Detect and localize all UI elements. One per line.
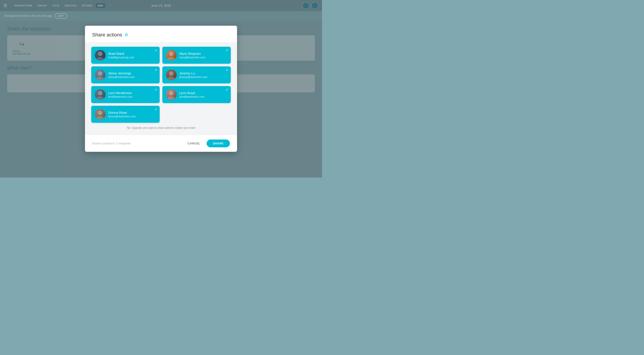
svg-point-4 <box>98 71 102 76</box>
recipient-name-jeremy: Jeremy Lu <box>179 71 208 75</box>
svg-point-11 <box>168 96 175 100</box>
recipient-info-lynn: Lynn Boyd lynn@teamretro.com <box>179 91 204 98</box>
svg-point-7 <box>168 77 175 80</box>
check-jeremy: ✓ <box>226 68 228 72</box>
share-actions-modal: Share actions ⚙ Brad Ward brad@groupmap.… <box>85 26 237 152</box>
svg-point-2 <box>169 52 174 56</box>
recipient-card-levi[interactable]: Levi Henderson levi@teamretro.com ✓ <box>91 86 160 103</box>
check-myra: ✓ <box>226 48 228 52</box>
modal-overlay: Share actions ⚙ Brad Ward brad@groupmap.… <box>0 0 322 178</box>
avatar-jeremy <box>166 70 177 80</box>
svg-point-6 <box>169 71 174 76</box>
recipient-card-lynn[interactable]: Lynn Boyd lynn@teamretro.com ✓ <box>162 86 231 103</box>
recipient-email-donna: donna@teamretro.com <box>108 115 136 118</box>
recipients-grid: Brad Ward brad@groupmap.com ✓ Myra Simps… <box>91 47 231 123</box>
svg-point-1 <box>96 57 104 60</box>
recipient-email-lynn: lynn@teamretro.com <box>179 95 204 98</box>
cancel-button[interactable]: CANCEL <box>185 140 203 147</box>
modal-body: Brad Ward brad@groupmap.com ✓ Myra Simps… <box>85 42 237 135</box>
check-donna: ✓ <box>155 108 158 111</box>
footer-info-text: Email 0 actions to 7 recipients <box>92 142 131 145</box>
svg-point-5 <box>96 77 104 80</box>
tip-text: Tip: Upgrade your plan to share actions … <box>91 126 231 130</box>
avatar-steve <box>95 70 106 80</box>
recipient-info-myra: Myra Simpson myra@teamretro.com <box>179 52 205 59</box>
avatar-lynn <box>166 89 177 100</box>
recipient-info-brad: Brad Ward brad@groupmap.com <box>108 52 134 59</box>
recipient-card-steve[interactable]: Steve Jennings steve@teamretro.com ✓ <box>91 66 160 84</box>
svg-point-8 <box>98 91 102 96</box>
svg-point-13 <box>96 116 104 120</box>
modal-title: Share actions <box>92 32 122 38</box>
gear-icon[interactable]: ⚙ <box>124 32 128 37</box>
avatar-levi <box>95 89 106 100</box>
check-brad: ✓ <box>155 48 158 52</box>
check-steve: ✓ <box>155 68 158 72</box>
avatar-donna <box>95 109 106 120</box>
recipient-name-levi: Levi Henderson <box>108 91 132 95</box>
recipient-info-steve: Steve Jennings steve@teamretro.com <box>108 71 134 79</box>
recipient-name-steve: Steve Jennings <box>108 71 134 75</box>
svg-point-9 <box>96 96 104 100</box>
recipient-card-brad[interactable]: Brad Ward brad@groupmap.com ✓ <box>91 47 160 64</box>
recipient-email-levi: levi@teamretro.com <box>108 95 132 98</box>
recipient-info-donna: Donna Rose donna@teamretro.com <box>108 111 136 118</box>
recipient-name-donna: Donna Rose <box>108 111 136 114</box>
recipient-name-lynn: Lynn Boyd <box>179 91 204 95</box>
recipient-name-myra: Myra Simpson <box>179 52 205 56</box>
modal-header: Share actions ⚙ <box>85 26 237 42</box>
recipient-email-brad: brad@groupmap.com <box>108 56 134 59</box>
svg-point-10 <box>169 91 174 96</box>
recipient-card-myra[interactable]: Myra Simpson myra@teamretro.com ✓ <box>162 47 231 64</box>
recipient-email-jeremy: jeremy@teamretro.com <box>179 76 208 79</box>
avatar-brad <box>95 50 106 60</box>
recipient-info-jeremy: Jeremy Lu jeremy@teamretro.com <box>179 71 208 79</box>
recipient-email-myra: myra@teamretro.com <box>179 56 205 59</box>
check-lynn: ✓ <box>226 88 228 92</box>
svg-point-0 <box>98 52 102 56</box>
avatar-myra <box>166 50 177 60</box>
recipient-info-levi: Levi Henderson levi@teamretro.com <box>108 91 132 98</box>
recipient-name-brad: Brad Ward <box>108 52 134 56</box>
modal-footer: Email 0 actions to 7 recipients CANCEL S… <box>85 135 237 152</box>
recipient-email-steve: steve@teamretro.com <box>108 76 134 79</box>
check-levi: ✓ <box>155 88 158 92</box>
svg-point-12 <box>98 111 102 115</box>
share-button[interactable]: SHARE <box>206 140 230 147</box>
svg-point-3 <box>168 57 175 60</box>
recipient-card-jeremy[interactable]: Jeremy Lu jeremy@teamretro.com ✓ <box>162 66 231 84</box>
recipient-card-donna[interactable]: Donna Rose donna@teamretro.com ✓ <box>91 106 160 123</box>
